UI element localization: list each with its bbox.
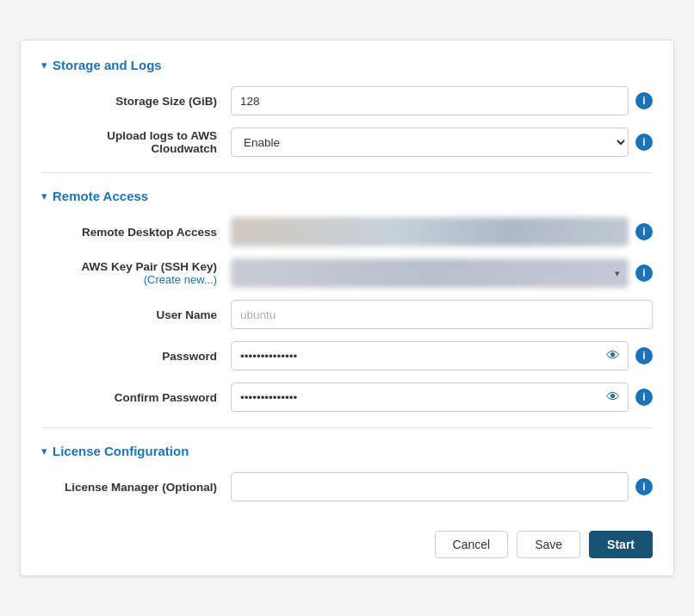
license-manager-label: License Manager (Optional) (41, 481, 231, 494)
license-chevron-icon: ▾ (41, 445, 47, 457)
remote-desktop-info-icon[interactable]: i (635, 223, 653, 240)
remote-access-section-title: Remote Access (53, 189, 148, 203)
cancel-button[interactable]: Cancel (435, 531, 509, 558)
confirm-password-control: 👁 i (231, 383, 653, 412)
password-input[interactable] (231, 341, 629, 370)
confirm-password-eye-icon[interactable]: 👁 (606, 389, 620, 405)
username-label: User Name (41, 308, 231, 321)
main-card: ▾ Storage and Logs Storage Size (GiB) i … (20, 40, 674, 576)
remote-access-section-header[interactable]: ▾ Remote Access (41, 189, 653, 203)
storage-size-control: i (231, 86, 653, 115)
save-button[interactable]: Save (517, 531, 580, 558)
confirm-password-wrap: 👁 (231, 383, 629, 412)
password-row: Password 👁 i (41, 341, 653, 370)
confirm-password-info-icon[interactable]: i (635, 389, 653, 406)
upload-logs-info-icon[interactable]: i (635, 134, 653, 151)
remote-desktop-input[interactable] (231, 217, 629, 246)
license-manager-row: License Manager (Optional) i (41, 472, 653, 501)
confirm-password-row: Confirm Password 👁 i (41, 383, 653, 412)
password-label: Password (41, 350, 231, 363)
upload-logs-label: Upload logs to AWS Cloudwatch (41, 129, 231, 155)
storage-size-row: Storage Size (GiB) i (41, 86, 653, 115)
aws-key-pair-select[interactable] (231, 258, 629, 288)
password-wrap: 👁 (231, 341, 629, 370)
password-control: 👁 i (231, 341, 653, 370)
upload-logs-control: Enable Disable i (231, 128, 653, 157)
remote-access-chevron-icon: ▾ (41, 190, 47, 202)
storage-section-header[interactable]: ▾ Storage and Logs (41, 58, 653, 72)
remote-desktop-control: i (231, 217, 653, 246)
storage-section-title: Storage and Logs (53, 58, 162, 72)
license-manager-control: i (231, 472, 653, 501)
password-eye-icon[interactable]: 👁 (606, 348, 620, 364)
remote-desktop-row: Remote Desktop Access i (41, 217, 653, 246)
confirm-password-input[interactable] (231, 383, 629, 412)
license-manager-info-icon[interactable]: i (635, 478, 653, 495)
section-divider-2 (41, 427, 653, 428)
aws-key-pair-info-icon[interactable]: i (635, 264, 653, 282)
section-divider-1 (41, 172, 653, 173)
confirm-password-label: Confirm Password (41, 391, 231, 404)
storage-size-input[interactable] (231, 86, 629, 115)
license-section-title: License Configuration (53, 444, 189, 458)
upload-logs-select[interactable]: Enable Disable (231, 128, 629, 157)
aws-key-pair-label: AWS Key Pair (SSH Key) (Create new...) (41, 260, 231, 286)
username-control (231, 300, 653, 329)
aws-key-pair-select-wrap: ▾ (231, 258, 629, 288)
start-button[interactable]: Start (589, 531, 653, 558)
username-row: User Name (41, 300, 653, 329)
storage-size-label: Storage Size (GiB) (41, 95, 231, 108)
remote-desktop-label: Remote Desktop Access (41, 226, 231, 239)
upload-logs-row: Upload logs to AWS Cloudwatch Enable Dis… (41, 128, 653, 157)
aws-key-pair-row: AWS Key Pair (SSH Key) (Create new...) ▾… (41, 258, 653, 288)
license-manager-input[interactable] (231, 472, 629, 501)
storage-chevron-icon: ▾ (41, 59, 47, 72)
license-section-header[interactable]: ▾ License Configuration (41, 444, 653, 458)
username-input[interactable] (231, 300, 653, 329)
storage-size-info-icon[interactable]: i (635, 92, 653, 109)
password-info-icon[interactable]: i (635, 347, 653, 364)
aws-key-pair-control: ▾ i (231, 258, 653, 288)
create-new-link[interactable]: (Create new...) (41, 273, 217, 286)
footer-buttons: Cancel Save Start (41, 520, 653, 558)
